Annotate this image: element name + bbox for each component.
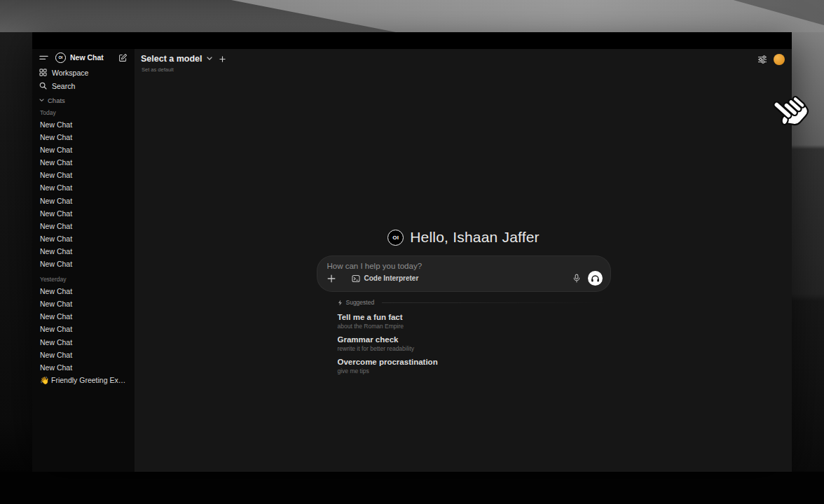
chat-group-yesterday: Yesterday New ChatNew ChatNew ChatNew Ch… <box>32 275 135 386</box>
chats-section-label: Chats <box>48 97 65 104</box>
chat-list-item[interactable]: New Chat <box>36 220 130 232</box>
suggested-section: Suggested Tell me a fun fact about the R… <box>338 299 611 375</box>
suggested-prompt-subtitle: rewrite it for better readability <box>338 345 611 353</box>
home-content: OI Hello, Ishaan Jaffer <box>317 230 611 379</box>
chat-list-item[interactable]: 👋 Friendly Greeting Exchange <box>36 374 130 386</box>
chat-list-item[interactable]: New Chat <box>36 245 130 258</box>
code-interpreter-toggle[interactable]: Code Interpreter <box>352 274 419 283</box>
suggested-prompt[interactable]: Tell me a fun fact about the Roman Empir… <box>338 312 611 330</box>
user-avatar[interactable] <box>774 54 785 65</box>
attach-icon[interactable] <box>327 274 336 283</box>
workspace-icon <box>39 69 47 76</box>
app-logo-small: OI <box>55 52 66 63</box>
chat-list-item[interactable]: New Chat <box>36 169 130 181</box>
chat-list-yesterday: New ChatNew ChatNew ChatNew ChatNew Chat… <box>32 285 135 386</box>
chevron-down-icon <box>39 99 44 102</box>
add-model-icon[interactable] <box>219 56 226 62</box>
topbar: Select a model Set as default <box>135 49 792 73</box>
chat-list-item[interactable]: New Chat <box>36 323 130 335</box>
sidebar-item-label: Search <box>52 82 75 90</box>
sidebar-toggle-icon[interactable] <box>39 54 48 62</box>
chat-list-item[interactable]: New Chat <box>36 298 130 310</box>
desktop-wallpaper-bottom <box>0 472 824 504</box>
main-area: Select a model Set as default <box>135 49 792 472</box>
sidebar-nav: Workspace Search <box>32 66 135 92</box>
controls-icon[interactable] <box>757 55 767 64</box>
app-logo-large: OI <box>387 230 404 246</box>
chats-section-toggle[interactable]: Chats <box>32 95 135 105</box>
suggested-prompt-title: Overcome procrastination <box>338 357 611 367</box>
desktop-wallpaper-right <box>792 0 824 504</box>
terminal-icon <box>352 274 360 283</box>
chat-list-item[interactable]: New Chat <box>36 195 130 207</box>
wallpaper-wedge <box>0 0 824 32</box>
suggested-prompt[interactable]: Overcome procrastination give me tips <box>338 357 611 375</box>
chat-group-label: Yesterday <box>32 275 135 284</box>
chat-list-item[interactable]: New Chat <box>36 131 130 144</box>
chat-list-item[interactable]: New Chat <box>36 336 130 349</box>
suggested-prompt-title: Tell me a fun fact <box>338 312 611 322</box>
message-composer[interactable]: Code Interpreter <box>317 255 611 292</box>
chat-list-item[interactable]: New Chat <box>36 232 130 245</box>
chevron-down-icon[interactable] <box>207 57 212 61</box>
chat-list-item[interactable]: New Chat <box>36 156 130 169</box>
headphones-icon <box>591 274 600 283</box>
chat-list-today: New ChatNew ChatNew ChatNew ChatNew Chat… <box>32 118 135 270</box>
desktop-wallpaper-top <box>0 0 824 32</box>
voice-call-button[interactable] <box>588 271 603 286</box>
message-input[interactable] <box>327 262 603 270</box>
chat-list-item[interactable]: New Chat <box>36 361 130 374</box>
chat-list-item[interactable]: New Chat <box>36 349 130 361</box>
chat-list-item[interactable]: New Chat <box>36 181 130 194</box>
bolt-icon <box>338 300 343 306</box>
set-as-default-button[interactable]: Set as default <box>141 66 792 73</box>
sidebar-item-search[interactable]: Search <box>32 79 135 92</box>
code-interpreter-label: Code Interpreter <box>364 274 419 282</box>
sidebar-item-label: Workspace <box>52 69 88 77</box>
chat-list-item[interactable]: New Chat <box>36 310 130 323</box>
chat-group-today: Today New ChatNew ChatNew ChatNew ChatNe… <box>32 108 135 270</box>
app-window: OI New Chat Wo <box>32 32 792 472</box>
sidebar-title: New Chat <box>70 53 118 62</box>
sidebar: OI New Chat Wo <box>32 49 135 472</box>
suggested-list: Tell me a fun fact about the Roman Empir… <box>338 312 611 375</box>
greeting-heading: Hello, Ishaan Jaffer <box>410 229 540 246</box>
sidebar-item-workspace[interactable]: Workspace <box>32 66 135 79</box>
new-chat-icon[interactable] <box>118 53 128 62</box>
suggested-prompt-title: Grammar check <box>338 335 611 344</box>
chat-list-item[interactable]: New Chat <box>36 207 130 220</box>
microphone-icon[interactable] <box>573 274 580 283</box>
desktop-wallpaper-left <box>0 0 32 504</box>
chat-list-item[interactable]: New Chat <box>36 258 130 270</box>
chat-list-item[interactable]: New Chat <box>36 144 130 156</box>
sidebar-header: OI New Chat <box>32 50 135 64</box>
chat-list-item[interactable]: New Chat <box>36 285 130 298</box>
suggested-prompt-subtitle: give me tips <box>338 368 611 375</box>
chat-group-label: Today <box>32 108 135 117</box>
suggested-prompt[interactable]: Grammar check rewrite it for better read… <box>338 335 611 353</box>
search-icon <box>39 82 47 90</box>
window-titlebar <box>32 32 792 49</box>
model-selector[interactable]: Select a model <box>141 54 202 64</box>
chat-list-item[interactable]: New Chat <box>36 118 130 131</box>
suggested-divider <box>382 302 610 303</box>
greeting-row: OI Hello, Ishaan Jaffer <box>317 230 611 245</box>
suggested-prompt-subtitle: about the Roman Empire <box>338 323 611 330</box>
suggested-label: Suggested <box>346 299 375 306</box>
